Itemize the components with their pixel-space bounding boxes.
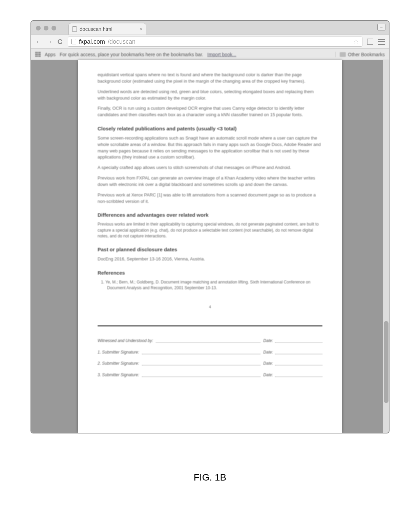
date-label: Date:	[263, 338, 273, 344]
browser-tab[interactable]: docuscan.html ×	[68, 23, 146, 35]
signature-row: 3. Submitter Signature: Date:	[98, 372, 322, 378]
document-page: equidistant vertical spans where no text…	[78, 60, 342, 433]
browser-window: docuscan.html × – ← → C fxpal.com/docusc…	[30, 20, 390, 433]
reference-item: 1. Ye, M.; Bern, M.; Goldberg, D. Docume…	[98, 279, 322, 291]
signature-block: Witnessed and Understood by: Date: 1. Su…	[98, 325, 322, 378]
vertical-scrollbar[interactable]	[383, 60, 389, 433]
window-controls[interactable]	[36, 26, 56, 30]
import-bookmarks-link[interactable]: Import book...	[207, 52, 236, 57]
signature-row: 1. Submitter Signature: Date:	[98, 349, 322, 355]
forward-button[interactable]: →	[46, 38, 52, 46]
date-line	[275, 349, 322, 354]
bookmark-star-icon[interactable]: ☆	[353, 38, 359, 45]
bookmarks-hint: For quick access, place your bookmarks h…	[60, 52, 203, 57]
signature-row: Witnessed and Understood by: Date:	[98, 338, 322, 344]
minimize-window-icon[interactable]	[44, 26, 48, 30]
scrollbar-thumb[interactable]	[384, 321, 388, 403]
signature-line	[142, 361, 261, 365]
close-tab-icon[interactable]: ×	[140, 26, 143, 32]
date-line	[275, 372, 322, 377]
submitter-label: 3. Submitter Signature:	[98, 372, 139, 378]
paragraph: Some screen-recording applications such …	[98, 135, 322, 161]
maximize-window-icon[interactable]	[51, 26, 56, 30]
apps-icon[interactable]	[35, 52, 41, 57]
address-bar[interactable]: fxpal.com/docuscan ☆	[68, 37, 362, 47]
nav-toolbar: ← → C fxpal.com/docuscan ☆	[31, 35, 389, 49]
bookmarks-bar: Apps For quick access, place your bookma…	[31, 49, 389, 60]
date-label: Date:	[263, 349, 273, 355]
other-bookmarks[interactable]: Other Bookmarks	[335, 52, 385, 57]
reload-button[interactable]: C	[57, 38, 63, 46]
signature-line	[156, 338, 260, 343]
section-heading: References	[98, 269, 322, 277]
section-heading: Past or planned disclosure dates	[98, 246, 322, 253]
title-bar: docuscan.html × –	[31, 21, 389, 35]
section-heading: Closely related publications and patents…	[98, 125, 322, 132]
profile-icon[interactable]	[367, 39, 373, 45]
date-label: Date:	[263, 361, 273, 366]
date-label: Date:	[263, 372, 273, 378]
page-viewport: equidistant vertical spans where no text…	[31, 60, 389, 433]
section-heading: Differences and advantages over related …	[98, 211, 322, 219]
submitter-label: 2. Submitter Signature:	[98, 361, 139, 366]
submitter-label: 1. Submitter Signature:	[98, 349, 139, 355]
paragraph: Underlined words are detected using red,…	[98, 89, 322, 102]
paragraph: Previous work from FXPAL can generate an…	[98, 175, 322, 188]
url-domain: fxpal.com	[79, 38, 105, 45]
apps-label[interactable]: Apps	[45, 52, 56, 57]
site-icon	[71, 39, 76, 44]
file-icon	[72, 26, 77, 32]
menu-icon[interactable]	[378, 39, 385, 45]
paragraph: Previous work at Xerox PARC [1] was able…	[98, 192, 322, 205]
witness-label: Witnessed and Understood by:	[98, 338, 153, 344]
paragraph: equidistant vertical spans where no text…	[98, 72, 322, 85]
signature-row: 2. Submitter Signature: Date:	[98, 361, 322, 366]
figure-label: FIG. 1B	[0, 472, 420, 483]
signature-line	[142, 372, 261, 377]
other-bookmarks-label: Other Bookmarks	[348, 52, 385, 57]
date-line	[275, 338, 322, 343]
url-path: /docuscan	[108, 38, 135, 45]
paragraph: DocEng 2016, September 13-16 2016, Vienn…	[98, 256, 322, 262]
paragraph: A specially crafted app allows users to …	[98, 165, 322, 171]
tab-title: docuscan.html	[80, 26, 112, 32]
signature-line	[142, 349, 261, 354]
date-line	[275, 361, 322, 365]
close-window-icon[interactable]	[36, 26, 41, 30]
page-number: 4	[98, 304, 322, 310]
folder-icon	[340, 52, 346, 57]
back-button[interactable]: ←	[35, 38, 41, 46]
minimize-button[interactable]: –	[377, 24, 385, 30]
paragraph: Previous works are limited in their appl…	[98, 221, 322, 239]
paragraph: Finally, OCR is run using a custom devel…	[98, 105, 322, 118]
